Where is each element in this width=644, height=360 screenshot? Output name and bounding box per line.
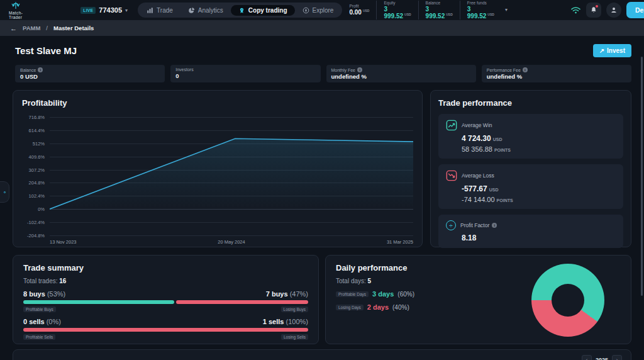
copy-trading-icon bbox=[238, 7, 245, 14]
tile-balance: Balancei 0 USD bbox=[15, 65, 165, 82]
notifications-button[interactable] bbox=[586, 3, 601, 18]
monthly-roi-panel: Monthly ROI ‹ 2025 › bbox=[13, 349, 631, 360]
losing-buys-bar bbox=[176, 300, 308, 304]
chevron-down-icon: ▾ bbox=[125, 8, 128, 13]
tile-investors: Investors 0 bbox=[170, 65, 320, 82]
info-icon[interactable]: i bbox=[38, 67, 43, 72]
y-tick-label: 0% bbox=[38, 206, 45, 212]
buys-row: 8 buys (53%) 7 buys (47%) Profitable Buy… bbox=[23, 290, 308, 312]
y-tick-label: -204.8% bbox=[27, 233, 45, 239]
divide-circle-icon: ÷ bbox=[446, 220, 456, 230]
stat-profit: Profit 0.00USD bbox=[342, 4, 376, 16]
live-badge: LIVE bbox=[80, 7, 96, 14]
chart-y-axis: 716.8%614.4%512%409.6%307.2%204.8%102.4%… bbox=[19, 117, 47, 235]
chart-down-icon bbox=[446, 170, 457, 181]
bar-chart-icon bbox=[147, 7, 153, 14]
info-icon[interactable]: i bbox=[523, 67, 528, 72]
back-arrow-icon[interactable]: ← bbox=[10, 25, 17, 32]
tab-copy-trading[interactable]: Copy trading bbox=[231, 5, 295, 16]
profit-factor-card: ÷ Profit Factori 8.18 bbox=[438, 215, 623, 248]
summary-tiles: Balancei 0 USD Investors 0 Monthly Feei … bbox=[15, 65, 631, 82]
y-tick-label: 307.2% bbox=[29, 167, 45, 172]
tab-label: Explore bbox=[313, 7, 334, 14]
profitability-chart bbox=[50, 117, 413, 235]
average-loss-card: Average Loss -577.67USD -74 144.00POINTS bbox=[438, 164, 623, 209]
person-icon bbox=[610, 6, 618, 14]
info-icon[interactable]: i bbox=[492, 223, 497, 228]
profitability-title: Profitability bbox=[22, 98, 413, 108]
average-win-card: Average Win 4 724.30USD 58 356.88POINTS bbox=[438, 114, 623, 159]
prev-year-button[interactable]: ‹ bbox=[582, 355, 592, 360]
x-tick-label: 31 Mar 2025 bbox=[387, 239, 413, 245]
y-tick-label: 102.4% bbox=[29, 193, 45, 199]
daily-performance-panel: Daily performance Total days: 5 Profitab… bbox=[325, 255, 631, 344]
y-tick-label: 716.8% bbox=[29, 115, 45, 120]
tab-analytics[interactable]: Analytics bbox=[180, 5, 231, 16]
tab-label: Trade bbox=[157, 7, 173, 14]
trade-performance-title: Trade performance bbox=[438, 98, 623, 108]
donut-hole bbox=[552, 284, 584, 317]
account-number: 774305 bbox=[99, 6, 122, 14]
trade-summary-title: Trade summary bbox=[23, 263, 308, 273]
deposit-button[interactable]: Deposit bbox=[626, 2, 644, 18]
year-pager: ‹ 2025 › bbox=[582, 355, 622, 360]
profitability-panel: Profitability 716.8%614.4%512%409.6%307.… bbox=[13, 90, 423, 247]
account-selector[interactable]: LIVE 774305 ▾ bbox=[80, 6, 128, 14]
top-bar: Match-Trader LIVE 774305 ▾ Trade Analyti… bbox=[0, 0, 644, 20]
sidebar-collapse-handle[interactable]: ‹› bbox=[0, 181, 9, 203]
chart-up-icon bbox=[446, 120, 457, 131]
next-year-button[interactable]: › bbox=[612, 355, 622, 360]
stat-balance: Balance 3 999.52USD bbox=[418, 1, 460, 20]
tab-explore[interactable]: Explore bbox=[295, 5, 341, 16]
tab-trade[interactable]: Trade bbox=[139, 5, 180, 16]
compass-icon bbox=[303, 7, 309, 14]
notification-dot bbox=[596, 5, 598, 8]
match-trader-logo[interactable]: Match-Trader bbox=[9, 1, 23, 20]
invest-button[interactable]: ↗ Invest bbox=[593, 44, 631, 57]
breadcrumb-page: Master Details bbox=[53, 25, 94, 31]
daily-performance-donut-chart bbox=[531, 264, 604, 337]
breadcrumb-pamm[interactable]: PAMM bbox=[23, 25, 40, 31]
y-tick-label: 512% bbox=[33, 140, 45, 146]
stat-equity: Equity 3 999.52USD bbox=[376, 1, 418, 20]
x-tick-label: 13 Nov 2023 bbox=[50, 239, 77, 245]
y-tick-label: 204.8% bbox=[29, 180, 45, 186]
account-stats: Profit 0.00USD Equity 3 999.52USD Balanc… bbox=[342, 1, 501, 20]
trade-summary-panel: Trade summary Total trades: 16 8 buys (5… bbox=[13, 255, 319, 344]
total-days-value: 5 bbox=[368, 278, 372, 284]
vertical-scrollbar[interactable] bbox=[641, 57, 643, 296]
stats-chevron-down-icon[interactable]: ▾ bbox=[505, 7, 508, 13]
breadcrumb-separator: / bbox=[46, 25, 48, 31]
total-trades-value: 16 bbox=[59, 278, 66, 284]
tab-label: Analytics bbox=[198, 7, 223, 14]
y-tick-label: -102.4% bbox=[27, 220, 45, 225]
buys-bar bbox=[23, 300, 308, 304]
year-value: 2025 bbox=[596, 357, 608, 360]
profile-button[interactable] bbox=[606, 3, 621, 18]
trade-performance-panel: Trade performance Average Win 4 724.30US… bbox=[430, 90, 631, 247]
sells-bar bbox=[23, 328, 308, 332]
pie-chart-icon bbox=[188, 7, 195, 14]
trident-logo-icon bbox=[11, 1, 21, 10]
breadcrumb: ← PAMM / Master Details bbox=[0, 20, 644, 36]
main-nav-tabs: Trade Analytics Copy trading Explore bbox=[138, 3, 342, 18]
losing-sells-bar bbox=[23, 328, 308, 332]
stat-free-funds: Free funds 3 999.52USD bbox=[460, 1, 501, 20]
info-icon[interactable]: i bbox=[357, 67, 362, 72]
profitability-line bbox=[50, 117, 413, 235]
tile-performance-fee: Performance Feei undefined % bbox=[482, 65, 631, 82]
brand-name: Match-Trader bbox=[9, 11, 23, 20]
chart-x-axis: 13 Nov 202320 May 202431 Mar 2025 bbox=[50, 239, 413, 245]
tab-label: Copy trading bbox=[248, 7, 287, 14]
y-tick-label: 409.6% bbox=[29, 154, 45, 159]
y-tick-label: 614.4% bbox=[29, 127, 45, 133]
connection-wifi-icon bbox=[570, 5, 581, 15]
tile-monthly-fee: Monthly Feei undefined % bbox=[326, 65, 476, 82]
x-tick-label: 20 May 2024 bbox=[218, 239, 245, 245]
trend-up-icon: ↗ bbox=[599, 47, 604, 54]
page-title: Test Slave MJ bbox=[15, 45, 77, 56]
profitable-buys-bar bbox=[23, 300, 174, 304]
sells-row: 0 sells (0%) 1 sells (100%) Profitable S… bbox=[23, 318, 308, 340]
